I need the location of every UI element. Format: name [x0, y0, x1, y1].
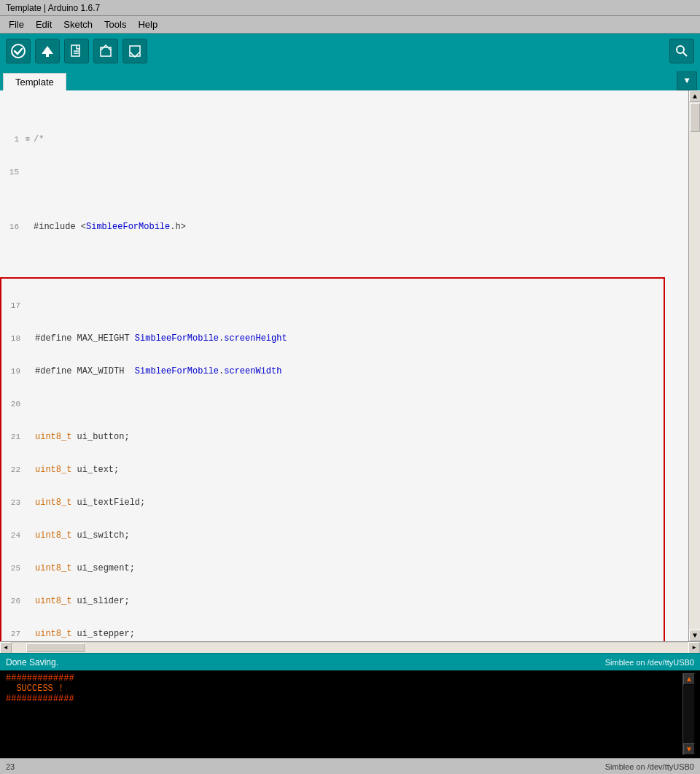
scroll-track[interactable]: [689, 102, 700, 630]
scroll-up-button[interactable]: ▲: [689, 90, 700, 102]
menu-edit[interactable]: Edit: [30, 18, 58, 31]
row-number: 23: [6, 762, 15, 771]
svg-rect-2: [46, 53, 49, 57]
line-row: 15: [0, 167, 688, 178]
line-row: 16 #include <SimbleeForMobile.h>: [0, 222, 688, 233]
menu-help[interactable]: Help: [132, 18, 163, 31]
line-row: 23 uint8_t ui_textField;: [1, 498, 664, 508]
editor-container: 1 ⊞ /* 15 16 #include <SimbleeForMobile.…: [0, 90, 700, 641]
code-editor[interactable]: 1 ⊞ /* 15 16 #include <SimbleeForMobile.…: [0, 90, 688, 641]
line-row: 24 uint8_t ui_switch;: [1, 530, 664, 541]
tab-template[interactable]: Template: [3, 73, 66, 90]
title-bar: Template | Arduino 1.6.7: [0, 0, 700, 16]
menu-sketch[interactable]: Sketch: [58, 18, 98, 31]
search-button[interactable]: [669, 39, 694, 63]
toolbar: [0, 34, 700, 69]
code-area: 1 ⊞ /* 15 16 #include <SimbleeForMobile.…: [0, 90, 688, 641]
menu-tools[interactable]: Tools: [98, 18, 132, 31]
line-row: 26 uint8_t ui_slider;: [1, 596, 664, 607]
title-text: Template | Arduino 1.6.7: [6, 3, 100, 13]
hscroll-thumb[interactable]: [26, 643, 85, 652]
verify-button[interactable]: [6, 39, 31, 63]
scroll-right-button[interactable]: ►: [688, 642, 700, 654]
new-button[interactable]: [64, 39, 89, 63]
tab-bar: Template ▼: [0, 69, 700, 90]
svg-point-0: [12, 44, 25, 58]
line-row: 22 uint8_t ui_text;: [1, 465, 664, 476]
line-row: 18 #define MAX_HEIGHT SimbleeForMobile.s…: [1, 333, 664, 344]
open-button[interactable]: [93, 39, 118, 63]
scroll-down-button[interactable]: ▼: [689, 630, 700, 641]
line-row: 17: [1, 301, 664, 311]
board-info: Simblee on /dev/ttyUSB0: [605, 762, 694, 771]
tab-dropdown[interactable]: ▼: [677, 71, 697, 90]
line-row: 19 #define MAX_WIDTH SimbleeForMobile.sc…: [1, 366, 664, 377]
console-content: ############# SUCCESS ! #############: [6, 673, 682, 755]
save-button[interactable]: [122, 39, 147, 63]
line-row: 1 ⊞ /*: [0, 134, 688, 145]
console-line-2: SUCCESS !: [6, 684, 682, 694]
port-info: Simblee on /dev/ttyUSB0: [605, 658, 694, 667]
status-bar: Done Saving. Simblee on /dev/ttyUSB0: [0, 653, 700, 670]
horizontal-scrollbar[interactable]: ◄ ►: [0, 641, 700, 653]
vertical-scrollbar[interactable]: ▲ ▼: [688, 90, 700, 641]
highlight-block-1: 17 18 #define MAX_HEIGHT SimbleeForMobil…: [0, 277, 665, 641]
scroll-left-button[interactable]: ◄: [0, 642, 12, 654]
svg-rect-7: [130, 46, 140, 56]
console-scroll-down[interactable]: ▼: [683, 743, 695, 755]
bottom-bar: 23 Simblee on /dev/ttyUSB0: [0, 758, 700, 774]
scroll-thumb[interactable]: [690, 103, 700, 132]
console-line-1: #############: [6, 673, 682, 684]
line-row: 20: [1, 399, 664, 410]
status-message: Done Saving.: [6, 657, 58, 667]
console: ############# SUCCESS ! ############# ▲ …: [0, 670, 700, 758]
hscroll-track[interactable]: [12, 643, 688, 653]
console-scroll-up[interactable]: ▲: [683, 673, 695, 685]
svg-point-8: [677, 46, 684, 53]
console-scrollbar[interactable]: ▲ ▼: [682, 673, 694, 755]
line-row: 21 uint8_t ui_button;: [1, 432, 664, 443]
menu-bar: File Edit Sketch Tools Help: [0, 16, 700, 34]
console-line-3: #############: [6, 694, 682, 704]
console-scroll-track[interactable]: [683, 685, 694, 743]
svg-marker-1: [42, 46, 53, 54]
line-row: 27 uint8_t ui_stepper;: [1, 629, 664, 640]
upload-button[interactable]: [35, 39, 60, 63]
menu-file[interactable]: File: [3, 18, 30, 31]
line-row: 25 uint8_t ui_segment;: [1, 563, 664, 574]
svg-line-9: [683, 53, 687, 56]
